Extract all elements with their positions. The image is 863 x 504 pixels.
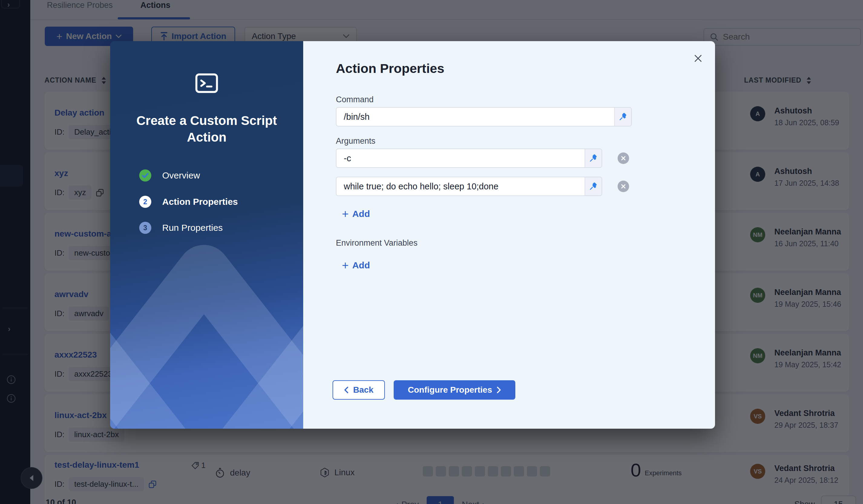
argument-input[interactable] — [337, 149, 585, 167]
pin-icon[interactable] — [614, 108, 631, 126]
modal-left-panel: Create a Custom Script Action Overview 2… — [110, 41, 303, 429]
create-custom-script-action-modal: Create a Custom Script Action Overview 2… — [110, 41, 715, 429]
modal-step-heading: Action Properties — [336, 61, 444, 76]
step-overview[interactable]: Overview — [139, 169, 200, 181]
add-env-variable-button[interactable]: +Add — [342, 260, 370, 271]
pin-icon[interactable] — [585, 149, 602, 167]
command-label: Command — [336, 95, 374, 104]
plus-icon: + — [342, 260, 349, 271]
environment-variables-label: Environment Variables — [336, 238, 417, 248]
step-action-properties[interactable]: 2 Action Properties — [139, 196, 238, 208]
step-number: 3 — [139, 222, 151, 234]
remove-argument-button[interactable] — [617, 180, 629, 192]
terminal-icon — [195, 73, 218, 94]
pin-icon[interactable] — [585, 177, 602, 196]
brand-watermark — [110, 150, 303, 429]
step-run-properties[interactable]: 3 Run Properties — [139, 222, 223, 234]
close-icon — [621, 156, 626, 161]
configure-properties-button[interactable]: Configure Properties — [394, 380, 515, 400]
step-number: 2 — [139, 196, 151, 208]
plus-icon: + — [342, 208, 349, 219]
chevron-left-icon — [344, 387, 348, 393]
arguments-label: Arguments — [336, 136, 376, 146]
modal-body: Action Properties Command Arguments — [303, 41, 715, 429]
remove-argument-button[interactable] — [617, 152, 629, 164]
chevron-right-icon — [497, 387, 501, 393]
command-input[interactable] — [337, 108, 614, 126]
add-argument-button[interactable]: +Add — [342, 208, 370, 219]
argument-input[interactable] — [337, 177, 585, 196]
step-done-check-icon — [139, 169, 151, 181]
close-icon[interactable] — [693, 53, 703, 64]
back-button[interactable]: Back — [333, 380, 385, 400]
close-icon — [621, 184, 626, 189]
modal-title: Create a Custom Script Action — [128, 113, 285, 146]
